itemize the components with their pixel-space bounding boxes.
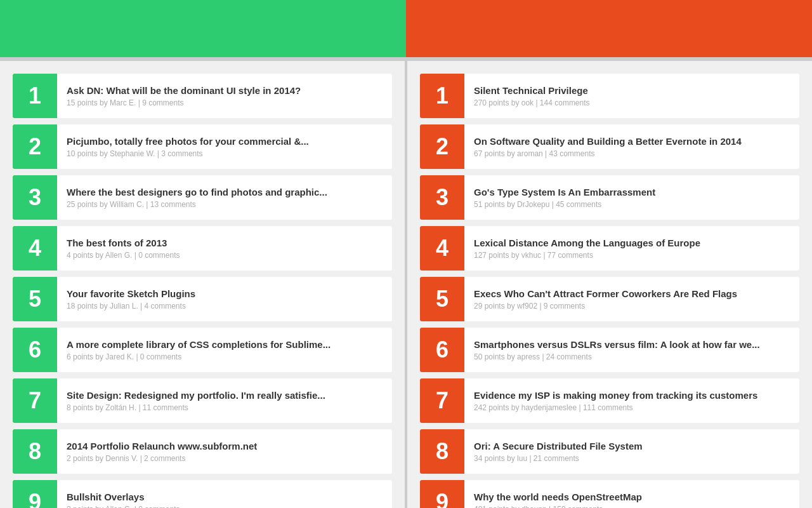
item-title[interactable]: Site Design: Redesigned my portfolio. I'…	[67, 390, 383, 401]
rank-badge: 3	[13, 175, 57, 220]
content: 1Ask DN: What will be the dominant UI st…	[0, 61, 812, 508]
list-item[interactable]: 3Go's Type System Is An Embarrassment51 …	[420, 175, 799, 220]
list-item[interactable]: 9Bullshit Overlays2 points by Allen G. |…	[13, 480, 392, 508]
item-title[interactable]: Ori: A Secure Distributed File System	[474, 441, 790, 451]
item-title[interactable]: Picjumbo, totally free photos for your c…	[67, 136, 383, 147]
item-title[interactable]: Why the world needs OpenStreetMap	[474, 491, 790, 502]
list-item[interactable]: 9Why the world needs OpenStreetMap401 po…	[420, 480, 799, 508]
rank-badge: 6	[13, 328, 57, 372]
item-title[interactable]: Your favorite Sketch Plugins	[67, 288, 383, 299]
item-title[interactable]: 2014 Portfolio Relaunch www.subform.net	[67, 441, 383, 451]
item-meta: 50 points by apress | 24 comments	[474, 352, 790, 361]
item-content: Ask DN: What will be the dominant UI sty…	[57, 79, 392, 114]
list-item[interactable]: 6Smartphones versus DSLRs versus film: A…	[420, 328, 799, 372]
item-title[interactable]: Lexical Distance Among the Languages of …	[474, 237, 790, 248]
item-content: Execs Who Can't Attract Former Coworkers…	[464, 282, 799, 317]
rank-badge: 8	[420, 429, 464, 474]
item-meta: 2 points by Dennis V. | 2 comments	[67, 454, 383, 463]
list-item[interactable]: 2On Software Quality and Building a Bett…	[420, 124, 799, 169]
item-meta: 18 points by Julian L. | 4 comments	[67, 302, 383, 311]
item-meta: 51 points by DrJokepu | 45 comments	[474, 200, 790, 209]
rank-badge: 7	[13, 378, 57, 423]
item-content: Your favorite Sketch Plugins18 points by…	[57, 282, 392, 317]
item-content: Picjumbo, totally free photos for your c…	[57, 130, 392, 164]
list-item[interactable]: 6A more complete library of CSS completi…	[13, 328, 392, 372]
list-item[interactable]: 4The best fonts of 20134 points by Allen…	[13, 226, 392, 271]
list-item[interactable]: 5Your favorite Sketch Plugins18 points b…	[13, 277, 392, 321]
item-meta: 2 points by Allen G. | 0 comments	[67, 505, 383, 509]
list-item[interactable]: 4Lexical Distance Among the Languages of…	[420, 226, 799, 271]
item-title[interactable]: A more complete library of CSS completio…	[67, 339, 383, 350]
list-item[interactable]: 2Picjumbo, totally free photos for your …	[13, 124, 392, 169]
item-title[interactable]: Where the best designers go to find phot…	[67, 187, 383, 197]
list-item[interactable]: 82014 Portfolio Relaunch www.subform.net…	[13, 429, 392, 474]
item-title[interactable]: Silent Technical Privilege	[474, 85, 790, 96]
rank-badge: 9	[13, 480, 57, 508]
hacker-news-column: 1Silent Technical Privilege270 points by…	[407, 61, 812, 508]
item-meta: 10 points by Stephanie W. | 3 comments	[67, 149, 383, 158]
item-meta: 15 points by Marc E. | 9 comments	[67, 98, 383, 107]
rank-badge: 9	[420, 480, 464, 508]
rank-badge: 2	[13, 124, 57, 169]
item-meta: 270 points by ook | 144 comments	[474, 98, 790, 107]
item-content: Bullshit Overlays2 points by Allen G. | …	[57, 485, 392, 509]
item-meta: 8 points by Zoltán H. | 11 comments	[67, 403, 383, 412]
item-meta: 4 points by Allen G. | 0 comments	[67, 251, 383, 260]
item-meta: 29 points by wf902 | 9 comments	[474, 302, 790, 311]
item-meta: 401 points by dbaupp | 159 comments	[474, 505, 790, 509]
item-content: Where the best designers go to find phot…	[57, 180, 392, 215]
designer-news-column: 1Ask DN: What will be the dominant UI st…	[0, 61, 405, 508]
rank-badge: 1	[420, 74, 464, 118]
list-item[interactable]: 8Ori: A Secure Distributed File System34…	[420, 429, 799, 474]
list-item[interactable]: 3Where the best designers go to find pho…	[13, 175, 392, 220]
rank-badge: 5	[13, 277, 57, 321]
item-meta: 127 points by vkhuc | 77 comments	[474, 251, 790, 260]
item-title[interactable]: Go's Type System Is An Embarrassment	[474, 187, 790, 197]
rank-badge: 7	[420, 378, 464, 423]
item-content: Lexical Distance Among the Languages of …	[464, 231, 799, 266]
rank-badge: 4	[13, 226, 57, 271]
item-title[interactable]: On Software Quality and Building a Bette…	[474, 136, 790, 147]
item-title[interactable]: Bullshit Overlays	[67, 491, 383, 502]
header-right	[406, 0, 812, 57]
rank-badge: 8	[13, 429, 57, 474]
rank-badge: 1	[13, 74, 57, 118]
item-meta: 34 points by luu | 21 comments	[474, 454, 790, 463]
item-content: The best fonts of 20134 points by Allen …	[57, 231, 392, 266]
list-item[interactable]: 1Silent Technical Privilege270 points by…	[420, 74, 799, 118]
item-content: Evidence my ISP is making money from tra…	[464, 384, 799, 418]
item-title[interactable]: Evidence my ISP is making money from tra…	[474, 390, 790, 401]
rank-badge: 4	[420, 226, 464, 271]
item-content: 2014 Portfolio Relaunch www.subform.net2…	[57, 434, 392, 469]
item-content: A more complete library of CSS completio…	[57, 333, 392, 368]
item-title[interactable]: Smartphones versus DSLRs versus film: A …	[474, 339, 790, 350]
rank-badge: 5	[420, 277, 464, 321]
item-content: Why the world needs OpenStreetMap401 poi…	[464, 485, 799, 509]
list-item[interactable]: 7Site Design: Redesigned my portfolio. I…	[13, 378, 392, 423]
header-left	[0, 0, 406, 57]
item-meta: 67 points by aroman | 43 comments	[474, 149, 790, 158]
rank-badge: 6	[420, 328, 464, 372]
item-meta: 242 points by haydenjameslee | 111 comme…	[474, 403, 790, 412]
item-title[interactable]: The best fonts of 2013	[67, 237, 383, 248]
list-item[interactable]: 7Evidence my ISP is making money from tr…	[420, 378, 799, 423]
item-meta: 25 points by William C. | 13 comments	[67, 200, 383, 209]
rank-badge: 2	[420, 124, 464, 169]
list-item[interactable]: 5Execs Who Can't Attract Former Coworker…	[420, 277, 799, 321]
item-title[interactable]: Ask DN: What will be the dominant UI sty…	[67, 85, 383, 96]
item-content: Silent Technical Privilege270 points by …	[464, 79, 799, 114]
item-content: Ori: A Secure Distributed File System34 …	[464, 434, 799, 469]
item-content: On Software Quality and Building a Bette…	[464, 130, 799, 164]
item-content: Smartphones versus DSLRs versus film: A …	[464, 333, 799, 368]
item-meta: 6 points by Jared K. | 0 comments	[67, 352, 383, 361]
item-content: Site Design: Redesigned my portfolio. I'…	[57, 384, 392, 418]
header	[0, 0, 812, 57]
item-title[interactable]: Execs Who Can't Attract Former Coworkers…	[474, 288, 790, 299]
item-content: Go's Type System Is An Embarrassment51 p…	[464, 180, 799, 215]
list-item[interactable]: 1Ask DN: What will be the dominant UI st…	[13, 74, 392, 118]
rank-badge: 3	[420, 175, 464, 220]
